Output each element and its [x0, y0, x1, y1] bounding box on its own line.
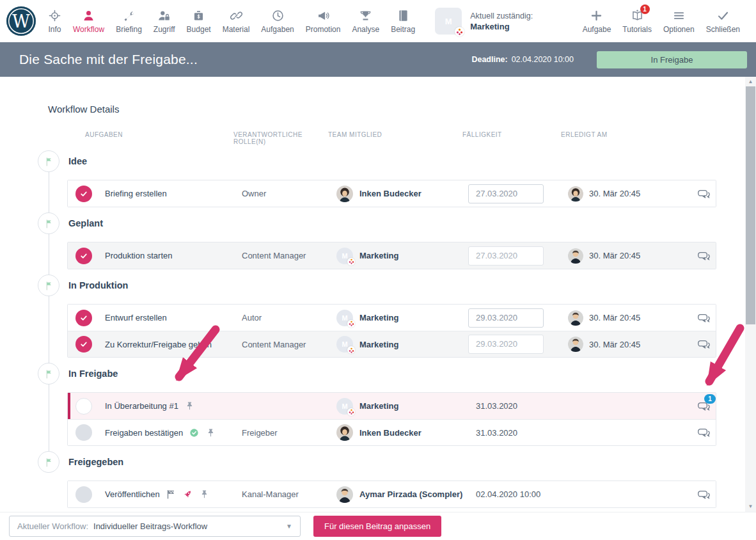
main-content: Workflow Details AufgabenVerantwortliche… — [0, 77, 756, 512]
task-done-checkbox[interactable] — [75, 336, 92, 353]
due-date-input[interactable]: 29.03.2020 — [468, 335, 544, 354]
workflow-section-freigegeben: FreigegebenVeröffentlichenKanal-ManagerA… — [0, 451, 756, 508]
app-logo[interactable]: W — [6, 6, 36, 36]
deadline-value: 02.04.2020 10:00 — [512, 55, 574, 64]
due-date-input[interactable]: 27.03.2020 — [468, 184, 544, 203]
due-date-input[interactable]: 27.03.2020 — [468, 246, 544, 266]
nav-tab-label: Briefing — [116, 25, 142, 34]
assignee-block: M Aktuell zuständig: Marketing — [435, 8, 533, 35]
workflow-select-label: Aktueller Workflow: — [17, 521, 88, 531]
scroll-up-icon[interactable]: ▲ — [745, 77, 756, 86]
person-icon — [82, 9, 95, 22]
nav-tab-label: Workflow — [73, 25, 104, 34]
task-role: Kanal-Manager — [242, 489, 336, 499]
comments-icon[interactable] — [697, 312, 711, 324]
task-status-checkbox[interactable] — [75, 486, 92, 503]
table-row: In Überarbeitung #1MMarketing31.03.20201 — [68, 393, 716, 419]
chevron-down-icon: ▼ — [286, 523, 292, 530]
nav-tab-material[interactable]: Material — [217, 9, 256, 34]
status-badge-button[interactable]: In Freigabe — [597, 51, 747, 68]
nav-tab-budget[interactable]: Budget — [181, 9, 217, 34]
assignee-avatar[interactable]: M — [435, 8, 462, 35]
due-date-input[interactable]: 29.03.2020 — [468, 308, 544, 328]
title-bar: Die Sache mit der Freigabe... Deadline:0… — [0, 42, 756, 77]
member-name: Inken Budecker — [359, 428, 421, 438]
member-avatar: M — [336, 248, 353, 264]
nav-tab-briefing[interactable]: Briefing — [110, 9, 148, 34]
nav-tab-analyse[interactable]: Analyse — [346, 9, 385, 34]
comments-icon[interactable] — [697, 250, 711, 262]
checkered-flag-icon — [166, 489, 177, 500]
team-dots-icon — [347, 346, 355, 354]
task-role: Content Manager — [242, 251, 336, 260]
nav-tab-label: Beitrag — [391, 25, 415, 34]
nav-action-label: Schließen — [706, 25, 740, 34]
nav-tab-label: Promotion — [306, 25, 341, 34]
table-row: VeröffentlichenKanal-ManagerAymar Pirzad… — [68, 481, 716, 507]
member-avatar: M — [336, 310, 353, 326]
task-role: Freigeber — [242, 428, 336, 438]
nav-tab-label: Aufgaben — [261, 25, 294, 34]
workflow-section-in-freigabe: In FreigabeIn Überarbeitung #1MMarketing… — [0, 363, 756, 446]
nav-tab-workflow[interactable]: Workflow — [67, 9, 110, 34]
scrollbar-thumb[interactable] — [746, 86, 755, 324]
clock-icon — [271, 9, 285, 22]
nav-tab-beitrag[interactable]: Beitrag — [385, 9, 421, 34]
member-avatar: M — [336, 336, 353, 353]
comments-icon[interactable] — [697, 187, 711, 200]
task-status-checkbox[interactable] — [75, 424, 92, 441]
task-done-checkbox[interactable] — [75, 186, 92, 202]
adapt-workflow-button[interactable]: Für diesen Beitrag anpassen — [313, 516, 441, 537]
comment-count-badge: 1 — [704, 394, 716, 404]
flag-icon — [38, 212, 59, 234]
member-name: Aymar Pirzada (Scompler) — [359, 489, 462, 499]
nav-action-label: Optionen — [663, 25, 695, 34]
task-role: Content Manager — [242, 340, 336, 349]
comments-icon[interactable]: 1 — [697, 400, 711, 413]
table-row: Briefing erstellenOwnerInken Budecker27.… — [68, 180, 716, 207]
task-label: Veröffentlichen — [105, 489, 160, 499]
section-title: In Freigabe — [68, 369, 118, 379]
comments-icon[interactable] — [697, 338, 711, 351]
nav-tab-label: Material — [223, 25, 250, 34]
member-name: Marketing — [359, 251, 398, 260]
section-title: Idee — [68, 156, 87, 166]
task-label: Zu Korrektur/Freigabe geben — [105, 340, 212, 349]
scrollbar[interactable]: ▲ ▼ — [745, 77, 756, 512]
task-done-checkbox[interactable] — [75, 248, 92, 264]
column-header-erledigt-am: Erledigt am — [561, 131, 688, 145]
nav-action-aufgabe[interactable]: Aufgabe — [577, 9, 617, 34]
scroll-down-icon[interactable]: ▼ — [745, 502, 756, 511]
nav-tab-aufgaben[interactable]: Aufgaben — [255, 9, 299, 34]
due-date: 02.04.2020 10:00 — [468, 489, 540, 499]
member-name: Marketing — [359, 340, 398, 349]
comments-icon[interactable] — [697, 426, 711, 439]
workflow-select[interactable]: Aktueller Workflow: Individueller Beitra… — [9, 516, 301, 537]
flag-icon — [38, 150, 59, 172]
member-avatar: M — [336, 398, 353, 415]
deadline-label: Deadline: — [471, 55, 507, 64]
flag-icon — [38, 363, 59, 385]
nav-action-optionen[interactable]: Optionen — [658, 9, 700, 34]
team-dots-icon — [455, 27, 464, 36]
nav-action-tutorials[interactable]: 1Tutorials — [617, 9, 658, 34]
workflow-select-value: Individueller Beitrags-Workflow — [93, 521, 207, 531]
nav-tab-promotion[interactable]: Promotion — [300, 9, 347, 34]
done-by-avatar — [568, 337, 583, 352]
nav-tabs: InfoWorkflowBriefingZugriffBudgetMateria… — [42, 9, 421, 34]
member-avatar — [336, 424, 353, 441]
target-icon — [48, 9, 61, 22]
comments-icon[interactable] — [697, 488, 711, 501]
footer-bar: Aktueller Workflow: Individueller Beitra… — [0, 512, 756, 540]
nav-action-schlie-en[interactable]: Schließen — [700, 9, 746, 34]
money-box-icon — [192, 9, 205, 22]
team-dots-icon — [347, 258, 355, 266]
task-done-checkbox[interactable] — [75, 310, 92, 326]
pin-icon — [199, 489, 210, 500]
top-nav: W InfoWorkflowBriefingZugriffBudgetMater… — [0, 0, 756, 42]
column-header-verantwortliche-rolle-n: Verantwortliche Rolle(n) — [233, 131, 328, 145]
column-headers: AufgabenVerantwortliche Rolle(n)Team Mit… — [67, 131, 716, 145]
task-status-checkbox[interactable] — [75, 398, 92, 415]
nav-tab-info[interactable]: Info — [42, 9, 67, 34]
nav-tab-zugriff[interactable]: Zugriff — [148, 9, 181, 34]
